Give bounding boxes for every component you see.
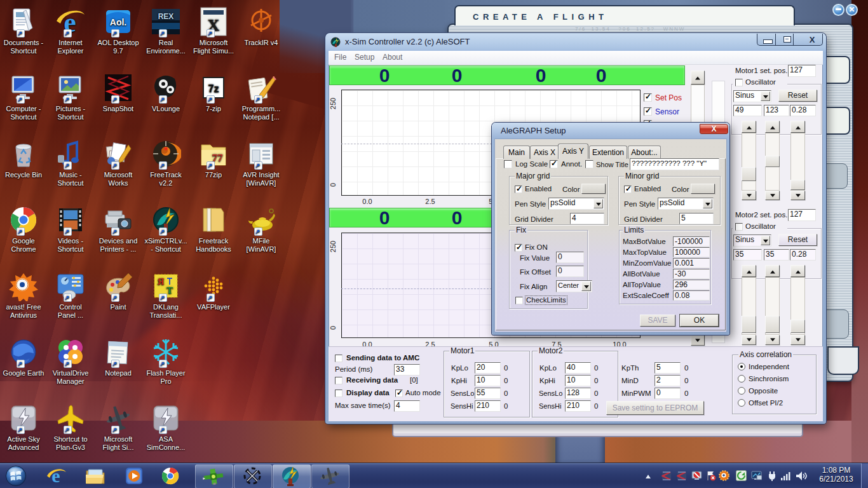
svg-text:7z: 7z (208, 83, 219, 94)
svg-text:Aol.: Aol. (110, 17, 126, 27)
svg-text:REX: REX (158, 12, 174, 21)
svg-text:T: T (166, 285, 173, 295)
svg-text:e: e (51, 466, 60, 486)
svg-text:Я: Я (158, 276, 165, 287)
